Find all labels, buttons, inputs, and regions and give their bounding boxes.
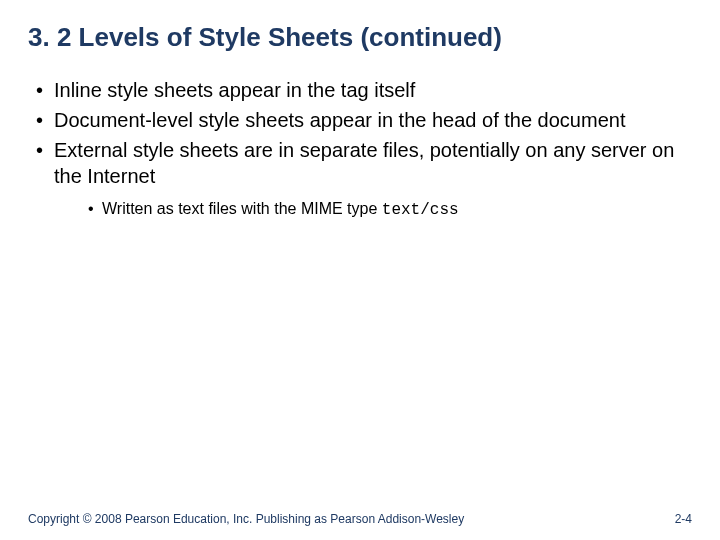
copyright-text: Copyright © 2008 Pearson Education, Inc.…: [28, 512, 464, 526]
mime-type-code: text/css: [382, 201, 459, 219]
bullet-item: Document-level style sheets appear in th…: [36, 107, 692, 133]
slide-title: 3. 2 Levels of Style Sheets (continued): [28, 22, 692, 53]
main-bullet-list: Inline style sheets appear in the tag it…: [28, 77, 692, 221]
sub-bullet-item: Written as text files with the MIME type…: [88, 199, 692, 221]
sub-bullet-list: Written as text files with the MIME type…: [54, 199, 692, 221]
bullet-text: External style sheets are in separate fi…: [54, 139, 674, 187]
sub-bullet-text: Written as text files with the MIME type: [102, 200, 382, 217]
slide-footer: Copyright © 2008 Pearson Education, Inc.…: [28, 512, 692, 526]
page-number: 2-4: [675, 512, 692, 526]
bullet-item: Inline style sheets appear in the tag it…: [36, 77, 692, 103]
bullet-item: External style sheets are in separate fi…: [36, 137, 692, 221]
